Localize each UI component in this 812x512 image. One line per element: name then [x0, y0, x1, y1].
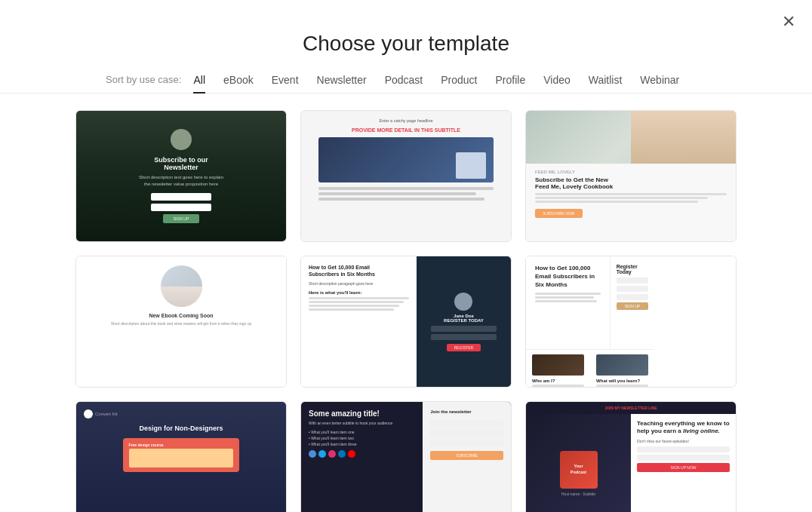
social-icon — [318, 450, 326, 458]
r-input — [617, 277, 649, 284]
template-card-4[interactable]: New Ebook Coming Soon Short description … — [75, 256, 287, 388]
right-btn: REGISTER — [447, 344, 481, 351]
right-title: Register Today — [617, 264, 649, 274]
book-title: Subscribe to Get the NewFeed Me, Lovely … — [535, 176, 727, 190]
badge-text: YourPodcast — [571, 464, 586, 474]
small-title: FEED ME, LOVELY — [535, 170, 727, 174]
rc-input — [430, 430, 503, 437]
social-icon — [338, 450, 346, 458]
r-input — [637, 446, 730, 452]
filter-tabs: All eBook Event Newsletter Podcast Produ… — [193, 74, 679, 85]
learn-item: • What you'll learn item three — [309, 442, 415, 446]
filter-label: Sort by use case: — [106, 74, 181, 85]
card-subtext: Short description text goes here to expl… — [139, 174, 223, 187]
bc-title: Who am I? — [532, 379, 584, 383]
r-input — [617, 286, 649, 292]
r-btn: SIGN UP NOW — [637, 463, 730, 472]
template-card-2[interactable]: Enter a catchy page headline PROVIDE MOR… — [300, 110, 512, 242]
right-title: Jane DoeREGISTER TODAY — [444, 314, 484, 323]
social-icon — [348, 450, 355, 458]
template-card-8[interactable]: Some amazing title! With an even better … — [300, 401, 512, 512]
bottom-col: Who am I? — [526, 350, 590, 387]
hero-title: Design for Non-Designers — [139, 425, 223, 432]
left-panel: How to Get 100,000Email Subscribers inSi… — [526, 256, 610, 349]
inner-card: Free design course — [123, 438, 240, 472]
bc-img — [532, 354, 584, 376]
hero-section: YourPodcast Host name · Subtitle Teachin… — [526, 414, 736, 512]
right-input — [431, 334, 497, 340]
top-image — [526, 111, 736, 164]
card-content: FEED ME, LOVELY Subscribe to Get the New… — [526, 164, 736, 241]
rc-input — [430, 440, 503, 446]
image-mock — [318, 137, 494, 182]
orange-btn: SUBSCRIBE NOW — [535, 209, 583, 218]
r-input — [617, 294, 649, 300]
left-panel: How to Get 10,000 EmailSubscribers in Si… — [301, 256, 417, 387]
hero-title-r: Teaching everything we know to help you … — [637, 420, 730, 436]
panel-title: How to Get 10,000 EmailSubscribers in Si… — [309, 264, 409, 277]
desc-small: Short description about this book and wh… — [111, 321, 252, 327]
learn-items: • What you'll learn item one • What you'… — [309, 430, 415, 446]
template-grid: Subscribe to ourNewsletter Short descrip… — [0, 110, 812, 512]
left-col: New Ebook Coming Soon Short description … — [85, 265, 277, 378]
top-tagline: Join my newsletter line — [534, 406, 728, 410]
hero-left: YourPodcast Host name · Subtitle — [526, 414, 631, 512]
tab-newsletter[interactable]: Newsletter — [317, 74, 367, 94]
avatar — [171, 129, 192, 150]
tab-ebook[interactable]: eBook — [223, 74, 254, 94]
content: Some amazing title! With an even better … — [301, 402, 511, 512]
circle-img — [161, 265, 202, 307]
template-card-5[interactable]: How to Get 10,000 EmailSubscribers in Si… — [300, 256, 512, 388]
template-card-9[interactable]: Join my newsletter line YourPodcast Host… — [525, 401, 737, 512]
ic-img — [129, 449, 234, 468]
tab-product[interactable]: Product — [441, 74, 477, 94]
input-mock — [151, 193, 211, 201]
text-lines — [318, 187, 494, 203]
section-title: Here is what you'll learn: — [309, 290, 409, 295]
podcast-badge: YourPodcast — [560, 451, 598, 489]
logo-bar: Convert Kit — [84, 409, 118, 418]
template-card-6[interactable]: How to Get 100,000Email Subscribers inSi… — [525, 256, 737, 388]
right-c: Join the newsletter SUBSCRIBE — [423, 402, 511, 512]
rc-btn: SUBSCRIBE — [430, 451, 503, 460]
bc-title: What will you learn? — [596, 379, 648, 383]
rc-title: Join the newsletter — [430, 409, 503, 414]
right-input — [431, 326, 497, 332]
dont-miss: Don't miss our future episodes! — [637, 439, 730, 443]
book-name: New Ebook Coming Soon — [149, 313, 213, 318]
card-headline: Subscribe to ourNewsletter — [154, 156, 208, 171]
social-icon — [309, 450, 316, 458]
sub-white: With an even better subtitle to hook you… — [309, 421, 415, 426]
learn-item: • What you'll learn item two — [309, 436, 415, 440]
tab-webinar[interactable]: Webinar — [640, 74, 679, 94]
bottom-col: What will you learn? — [590, 350, 654, 387]
host-info: Host name · Subtitle — [561, 492, 595, 496]
tab-event[interactable]: Event — [272, 74, 299, 94]
btn-tan: SIGN UP — [617, 302, 649, 310]
right-panel: Jane DoeREGISTER TODAY REGISTER — [417, 256, 511, 387]
tab-waitlist[interactable]: Waitlist — [589, 74, 623, 94]
close-button[interactable]: ✕ — [782, 14, 795, 30]
social-icons — [309, 450, 415, 458]
tab-all[interactable]: All — [193, 74, 205, 94]
logo-text: Convert Kit — [95, 412, 118, 416]
template-card-1[interactable]: Subscribe to ourNewsletter Short descrip… — [75, 110, 287, 242]
title-white: Some amazing title! — [309, 409, 415, 418]
tab-video[interactable]: Video — [543, 74, 571, 94]
bc-img — [596, 354, 648, 376]
template-card-7[interactable]: Convert Kit Design for Non-Designers Fre… — [75, 401, 287, 512]
learn-item: • What you'll learn item one — [309, 430, 415, 434]
card-headline-red: PROVIDE MORE DETAIL IN THIS SUBTITLE — [352, 127, 460, 133]
card-subgray: Enter a catchy page headline — [379, 118, 432, 123]
right-panel: Register Today SIGN UP — [610, 256, 655, 349]
top-band: Join my newsletter line — [526, 402, 736, 414]
page-title: Choose your template — [0, 32, 812, 56]
tab-podcast[interactable]: Podcast — [385, 74, 423, 94]
template-card-3[interactable]: FEED ME, LOVELY Subscribe to Get the New… — [525, 110, 737, 242]
rc-input — [430, 420, 503, 427]
avatar-sm — [454, 293, 472, 311]
panel-sub: Short description paragraph goes here — [309, 281, 409, 287]
left-c: Some amazing title! With an even better … — [301, 402, 423, 512]
tab-profile[interactable]: Profile — [496, 74, 526, 94]
input-mock — [151, 204, 211, 211]
